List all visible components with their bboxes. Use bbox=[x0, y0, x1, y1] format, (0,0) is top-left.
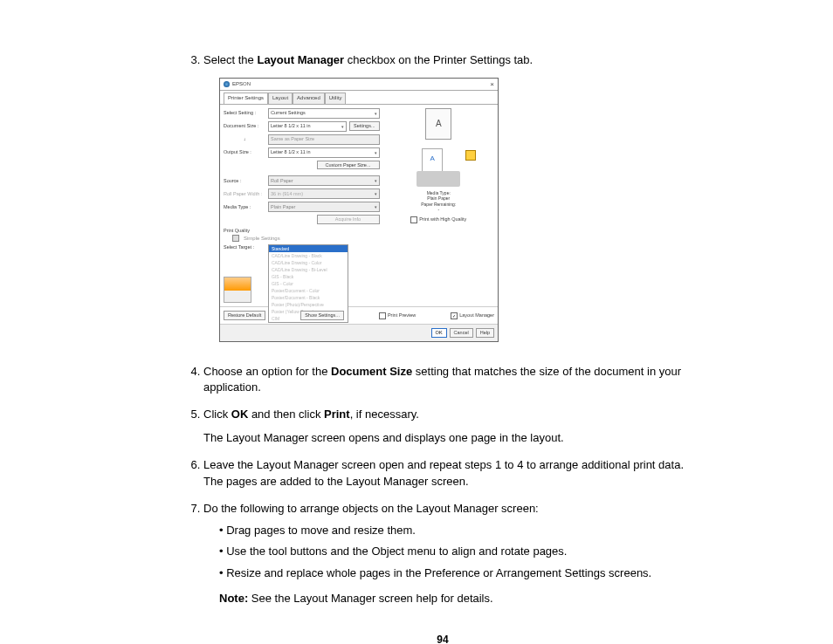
layout-manager-label: Layout Manager bbox=[459, 312, 494, 319]
restore-default-button[interactable]: Restore Default bbox=[224, 311, 265, 320]
step-5: Click OK and then click Print, if necess… bbox=[203, 407, 698, 447]
step-3: Select the Layout Manager checkbox on th… bbox=[203, 52, 698, 342]
same-as-paper-size: Same as Paper Size bbox=[268, 134, 380, 145]
cancel-button[interactable]: Cancel bbox=[450, 328, 473, 338]
page-number: 94 bbox=[188, 634, 698, 644]
source-label: Source : bbox=[224, 178, 265, 184]
roll-width-label: Roll Paper Width : bbox=[224, 191, 265, 197]
tab-layout[interactable]: Layout bbox=[268, 92, 293, 103]
close-icon[interactable]: × bbox=[490, 80, 494, 89]
media-type-dropdown[interactable]: Plain Paper bbox=[268, 202, 380, 212]
output-size-dropdown[interactable]: Letter 8 1/2 x 11 in bbox=[268, 147, 380, 158]
warning-icon bbox=[465, 150, 476, 161]
epson-logo-icon bbox=[224, 81, 230, 87]
print-quality-label: Print Quality bbox=[224, 228, 380, 234]
simple-settings-label: Simple Settings bbox=[244, 236, 280, 242]
simple-settings-checkbox[interactable] bbox=[232, 235, 239, 242]
step-7-bullet-1: Drag pages to move and resize them. bbox=[219, 523, 698, 539]
help-button[interactable]: Help bbox=[476, 328, 494, 338]
step-4: Choose an option for the Document Size s… bbox=[203, 364, 698, 397]
tab-printer-settings[interactable]: Printer Settings bbox=[224, 92, 268, 103]
high-quality-checkbox[interactable] bbox=[410, 216, 417, 223]
select-setting-dropdown[interactable]: Current Settings bbox=[268, 108, 380, 119]
ok-button[interactable]: OK bbox=[431, 328, 447, 338]
media-type-label: Media Type : bbox=[224, 204, 265, 210]
high-quality-label: Print with High Quality bbox=[419, 216, 466, 223]
print-preview-label: Print Preview bbox=[388, 312, 416, 319]
step-6: Leave the Layout Manager screen open and… bbox=[203, 457, 698, 490]
tab-strip: Printer Settings Layout Advanced Utility bbox=[220, 91, 498, 103]
step-7: Do the following to arrange objects on t… bbox=[203, 501, 698, 607]
step-7-bullet-2: Use the tool buttons and the Object menu… bbox=[219, 544, 698, 560]
document-size-label: Document Size : bbox=[224, 123, 265, 129]
custom-paper-size-button[interactable]: Custom Paper Size... bbox=[317, 161, 380, 170]
source-dropdown[interactable]: Roll Paper bbox=[268, 175, 380, 186]
note: Note: See the Layout Manager screen help… bbox=[219, 591, 698, 607]
step-7-bullet-3: Resize and replace whole pages in the Pr… bbox=[219, 565, 698, 582]
layout-manager-checkbox[interactable] bbox=[451, 312, 458, 319]
show-settings-button[interactable]: Show Settings... bbox=[300, 311, 344, 320]
print-preview-checkbox[interactable] bbox=[379, 312, 386, 319]
right-info: Media Type: Plain Paper Paper Remaining:… bbox=[421, 190, 456, 213]
tab-utility[interactable]: Utility bbox=[325, 92, 347, 103]
tab-advanced[interactable]: Advanced bbox=[293, 92, 325, 103]
dialog-titlebar: EPSON × bbox=[220, 79, 498, 92]
printer-preview-icon: A bbox=[411, 145, 465, 187]
target-preview-icon bbox=[224, 277, 251, 303]
paper-preview-icon: A bbox=[425, 108, 451, 140]
dialog-title: EPSON bbox=[232, 81, 251, 87]
settings-button[interactable]: Settings... bbox=[349, 121, 379, 131]
roll-width-dropdown: 36 in (914 mm) bbox=[268, 188, 380, 199]
select-target-label: Select Target : bbox=[224, 244, 265, 250]
printer-dialog-screenshot: EPSON × Printer Settings Layout Advanced… bbox=[219, 78, 698, 342]
down-arrow-icon: ↓ bbox=[224, 136, 265, 142]
acquire-info-button[interactable]: Acquire Info bbox=[317, 215, 380, 224]
output-size-label: Output Size : bbox=[224, 149, 265, 155]
document-size-dropdown[interactable]: Letter 8 1/2 x 11 in bbox=[268, 121, 347, 132]
select-setting-label: Select Setting : bbox=[224, 110, 265, 116]
step-5-followup: The Layout Manager screen opens and disp… bbox=[203, 430, 698, 447]
